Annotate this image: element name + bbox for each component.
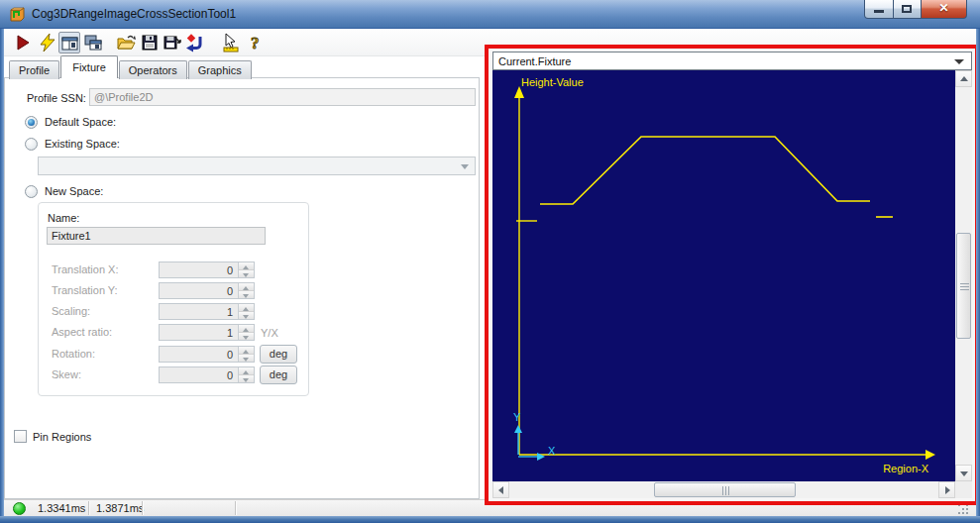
spin-up-icon[interactable]: [239, 347, 254, 355]
save-as-icon: [163, 33, 182, 52]
maximize-button[interactable]: [894, 0, 922, 19]
existing-space-label: Existing Space:: [45, 138, 120, 150]
spin-down-icon[interactable]: [239, 375, 254, 382]
profile-chart[interactable]: Height-ValueRegion-XXY: [492, 70, 955, 481]
scroll-up-button[interactable]: [955, 70, 972, 87]
spin-up-icon[interactable]: [239, 304, 254, 312]
trigger-button[interactable]: [37, 32, 58, 53]
spin-up-icon[interactable]: [239, 262, 254, 270]
existing-space-radio[interactable]: [25, 138, 38, 151]
translation-y-stepper[interactable]: 0: [159, 282, 255, 299]
scroll-right-button[interactable]: [938, 481, 955, 498]
tab-operators[interactable]: Operators: [119, 60, 187, 79]
chevron-down-icon: [461, 164, 469, 169]
open-folder-icon: [116, 33, 136, 52]
skew-stepper[interactable]: 0: [159, 366, 255, 383]
maximize-icon: [902, 5, 912, 13]
translation-y-value: 0: [227, 285, 233, 297]
lightning-icon: [38, 33, 57, 52]
name-label: Name:: [48, 212, 79, 224]
skew-deg-button[interactable]: deg: [260, 366, 297, 384]
scroll-left-button[interactable]: [492, 481, 509, 498]
close-icon: [922, 0, 966, 18]
horizontal-scrollbar[interactable]: [492, 481, 955, 498]
spin-up-icon[interactable]: [239, 367, 254, 375]
vertical-scrollbar[interactable]: [955, 70, 972, 481]
new-space-label: New Space:: [45, 185, 103, 197]
aspect-ratio-stepper[interactable]: 1: [159, 324, 255, 341]
existing-space-select[interactable]: [38, 157, 476, 175]
show-image-pane-button[interactable]: [58, 32, 80, 53]
vertical-scrollbar-thumb[interactable]: [956, 233, 971, 339]
arrow-right-icon: [945, 486, 950, 494]
open-file-button[interactable]: [115, 32, 137, 53]
spin-down-icon[interactable]: [239, 333, 254, 340]
rotation-stepper[interactable]: 0: [159, 346, 255, 363]
display-source-select[interactable]: Current.Fixture: [492, 52, 972, 70]
spin-up-icon[interactable]: [239, 283, 254, 291]
aspect-ratio-label: Aspect ratio:: [52, 326, 112, 338]
translation-y-label: Translation Y:: [52, 284, 118, 296]
tab-operators-label: Operators: [129, 64, 177, 76]
svg-text:Height-Value: Height-Value: [521, 76, 584, 88]
horizontal-scrollbar-thumb[interactable]: [654, 482, 796, 497]
arrow-up-icon: [960, 76, 968, 81]
tab-profile-label: Profile: [19, 64, 50, 76]
spin-up-icon[interactable]: [239, 325, 254, 333]
spin-down-icon[interactable]: [239, 291, 254, 298]
app-window: Cog3DRangeImageCrossSectionTool1: [0, 0, 980, 523]
new-space-radio[interactable]: [25, 185, 38, 198]
window-controls: [864, 0, 967, 19]
arrow-down-icon: [960, 471, 968, 476]
resize-grip[interactable]: [958, 504, 970, 516]
status-separator: [142, 501, 143, 515]
aspect-ratio-value: 1: [227, 327, 233, 339]
tab-fixture-label: Fixture: [72, 61, 106, 73]
profile-ssn-input[interactable]: [89, 88, 476, 106]
display-source-value: Current.Fixture: [498, 55, 571, 67]
translation-x-label: Translation X:: [52, 263, 118, 275]
rotation-value: 0: [227, 349, 233, 361]
spin-down-icon[interactable]: [239, 270, 254, 277]
float-windows-icon: [83, 33, 103, 52]
tab-graphics[interactable]: Graphics: [188, 60, 252, 79]
display-panel-highlight: Current.Fixture Height-ValueRegion-XXY: [485, 45, 979, 505]
scaling-value: 1: [227, 306, 233, 318]
svg-text:X: X: [548, 445, 556, 457]
pin-regions-checkbox[interactable]: [14, 430, 27, 443]
window-border: [0, 29, 4, 523]
spin-down-icon[interactable]: [239, 355, 254, 362]
name-input[interactable]: [47, 227, 266, 245]
scroll-down-button[interactable]: [955, 465, 972, 481]
default-space-label: Default Space:: [45, 116, 116, 128]
translation-x-stepper[interactable]: 0: [159, 262, 255, 278]
svg-text:?: ?: [251, 34, 260, 52]
image-pane-icon: [60, 34, 80, 53]
run-button[interactable]: [12, 32, 34, 53]
spin-down-icon[interactable]: [239, 312, 254, 319]
minimize-button[interactable]: [864, 0, 894, 19]
rotation-deg-button[interactable]: deg: [260, 345, 297, 364]
status-ok-icon: [13, 502, 26, 515]
title-bar[interactable]: Cog3DRangeImageCrossSectionTool1: [0, 0, 980, 29]
tab-profile[interactable]: Profile: [9, 60, 59, 79]
run-icon: [13, 33, 33, 52]
pin-regions-label: Pin Regions: [33, 431, 91, 443]
close-button[interactable]: [922, 0, 967, 19]
pointer-tool-button[interactable]: [220, 32, 242, 53]
help-button[interactable]: ?: [245, 32, 267, 53]
pointer-ruler-icon: [221, 33, 241, 52]
float-image-pane-button[interactable]: [82, 32, 104, 53]
scaling-stepper[interactable]: 1: [159, 303, 255, 320]
help-icon: ?: [246, 33, 266, 52]
default-space-radio[interactable]: [25, 116, 38, 129]
status-run-time: 1.3341ms: [38, 502, 85, 514]
tab-fixture[interactable]: Fixture: [60, 55, 118, 78]
translation-x-value: 0: [227, 264, 233, 276]
reset-button[interactable]: [183, 32, 205, 53]
save-as-button[interactable]: [162, 32, 183, 53]
window-border: [0, 516, 980, 523]
save-button[interactable]: [139, 32, 161, 53]
window-border: [976, 29, 980, 523]
svg-text:Region-X: Region-X: [883, 463, 929, 474]
